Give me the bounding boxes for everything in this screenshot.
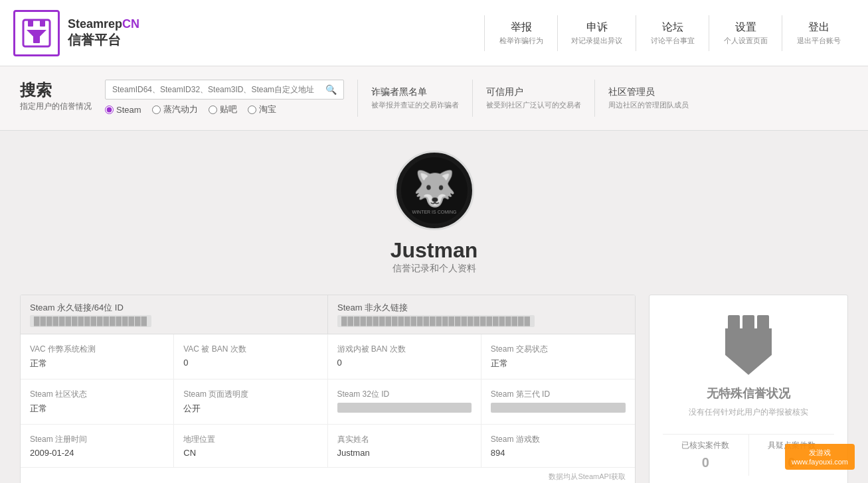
info-label-7: Steam 第三代 ID [491, 389, 626, 400]
nav-sub-forum: 讨论平台事宜 [650, 36, 695, 46]
info-grid: VAC 作弊系统检测 正常VAC 被 BAN 次数 0游戏内被 BAN 次数 0… [21, 334, 635, 468]
nav-item-logout[interactable]: 登出 退出平台账号 [782, 15, 855, 51]
cat-title-trusted: 可信用户 [486, 86, 581, 98]
nav-sub-logout: 退出平台账号 [796, 36, 841, 46]
search-radios: Steam蒸汽动力贴吧淘宝 [105, 104, 344, 115]
search-label-main: 搜索 [20, 80, 92, 101]
radio-taobao[interactable] [248, 105, 256, 114]
nav-item-appeal[interactable]: 申诉 对记录提出异议 [557, 15, 636, 51]
avatar-inner: 🐺 WINTER IS COMING [398, 154, 471, 227]
info-value-4: 正常 [30, 403, 164, 415]
battlement-3 [757, 315, 769, 328]
castle-arrow [725, 355, 772, 375]
svg-rect-2 [40, 20, 45, 27]
radio-steampower[interactable] [152, 105, 161, 114]
perm-link-header: Steam 永久链接/64位 ID ██████████████████ [21, 295, 328, 334]
panels-row: Steam 永久链接/64位 ID ██████████████████ Ste… [20, 295, 848, 483]
radio-text-taobao: 淘宝 [259, 104, 276, 115]
search-categories: 诈骗者黑名单 被举报并查证的交易诈骗者可信用户 被受到社区广泛认可的交易者社区管… [357, 80, 848, 117]
main-content: 🐺 WINTER IS COMING Justman 信誉记录和个人资料 Ste… [0, 131, 868, 483]
search-icon[interactable]: 🔍 [325, 84, 337, 95]
info-label-5: Steam 页面透明度 [183, 389, 317, 400]
perm-link-value: ██████████████████ [30, 315, 151, 327]
search-section: 搜索 指定用户的信誉情况 🔍 Steam蒸汽动力贴吧淘宝 诈骗者黑名单 被举报并… [0, 66, 868, 131]
info-cell-6: Steam 32位 ID ██████████ [328, 380, 481, 425]
castle-body [725, 328, 772, 355]
nav-sub-report: 检举诈骗行为 [498, 36, 544, 46]
rep-status-sub: 没有任何针对此用户的举报被核实 [689, 407, 808, 418]
radio-text-tieba: 贴吧 [220, 104, 237, 115]
radio-label-steam[interactable]: Steam [105, 105, 141, 115]
info-value-2: 0 [337, 358, 472, 368]
confirmed-value: 0 [663, 455, 748, 470]
nav-item-forum[interactable]: 论坛 讨论平台事宜 [636, 15, 709, 51]
info-value-6: ██████████ [337, 403, 472, 413]
confirmed-label: 已核实案件数 [663, 440, 748, 451]
search-input-area: 🔍 Steam蒸汽动力贴吧淘宝 [105, 80, 344, 115]
rep-status-title: 无特殊信誉状况 [707, 385, 790, 401]
info-value-8: 2009-01-24 [30, 448, 164, 458]
info-value-9: CN [183, 448, 317, 458]
info-cell-8: Steam 注册时间 2009-01-24 [21, 425, 174, 468]
data-source: 数据均从SteamAPI获取 [21, 468, 635, 483]
nav-sub-appeal: 对记录提出异议 [571, 36, 622, 46]
info-value-5: 公开 [183, 403, 317, 415]
castle-top [728, 315, 769, 328]
radio-tieba[interactable] [209, 105, 217, 114]
logo-area: SteamrepCN 信誉平台 [13, 10, 139, 56]
profile-subtitle: 信誉记录和个人资料 [391, 263, 478, 275]
nav-main-appeal: 申诉 [571, 21, 622, 34]
cat-item-admin[interactable]: 社区管理员 周边社区的管理团队成员 [594, 80, 702, 117]
cat-sub-trusted: 被受到社区广泛认可的交易者 [486, 100, 581, 110]
confirmed-count: 已核实案件数 0 [663, 434, 749, 476]
nonperm-link-value: ██████████████████████████████ [337, 315, 535, 327]
watermark: 发游戏 www.fayouxi.com [785, 444, 855, 470]
radio-text-steampower: 蒸汽动力 [163, 104, 198, 115]
nav-item-report[interactable]: 举报 检举诈骗行为 [484, 15, 557, 51]
info-label-1: VAC 被 BAN 次数 [183, 344, 317, 355]
logo-text-area: SteamrepCN 信誉平台 [68, 17, 139, 49]
cat-item-trusted[interactable]: 可信用户 被受到社区广泛认可的交易者 [472, 80, 594, 117]
info-cell-5: Steam 页面透明度 公开 [174, 380, 327, 425]
nav-main-logout: 登出 [796, 21, 841, 34]
nav-main-settings: 设置 [723, 21, 768, 34]
info-value-11: 894 [491, 448, 626, 458]
profile-name: Justman [391, 238, 478, 263]
radio-label-steampower[interactable]: 蒸汽动力 [152, 104, 198, 115]
info-cell-7: Steam 第三代 ID ██████████ [481, 380, 635, 425]
perm-link-label: Steam 永久链接/64位 ID [30, 302, 318, 314]
radio-text-steam: Steam [116, 105, 141, 115]
battlement-2 [742, 315, 754, 328]
info-label-8: Steam 注册时间 [30, 434, 164, 445]
castle-icon [725, 315, 772, 375]
nav-item-settings[interactable]: 设置 个人设置页面 [709, 15, 782, 51]
radio-steam[interactable] [105, 105, 114, 114]
nav-main-forum: 论坛 [650, 21, 695, 34]
info-cell-11: Steam 游戏数 894 [481, 425, 635, 468]
svg-text:🐺: 🐺 [412, 168, 456, 209]
cat-sub-admin: 周边社区的管理团队成员 [608, 100, 689, 110]
cat-item-blacklist[interactable]: 诈骗者黑名单 被举报并查证的交易诈骗者 [357, 80, 472, 117]
battlement-1 [728, 315, 740, 328]
logo-brand-cn: CN [122, 17, 139, 31]
cat-sub-blacklist: 被举报并查证的交易诈骗者 [371, 100, 459, 110]
info-cell-9: 地理位置 CN [174, 425, 327, 468]
svg-text:WINTER IS COMING: WINTER IS COMING [412, 210, 456, 214]
info-cell-10: 真实姓名 Justman [328, 425, 481, 468]
panel-headers: Steam 永久链接/64位 ID ██████████████████ Ste… [21, 295, 635, 334]
radio-label-taobao[interactable]: 淘宝 [248, 104, 276, 115]
search-input[interactable] [112, 85, 325, 94]
info-value-3: 正常 [491, 358, 626, 370]
info-value-0: 正常 [30, 358, 164, 370]
info-label-0: VAC 作弊系统检测 [30, 344, 164, 355]
logo-icon [13, 10, 60, 56]
info-label-2: 游戏内被 BAN 次数 [337, 344, 472, 355]
nav-sub-settings: 个人设置页面 [723, 36, 768, 46]
search-label-area: 搜索 指定用户的信誉情况 [20, 80, 92, 112]
info-label-6: Steam 32位 ID [337, 389, 472, 400]
radio-label-tieba[interactable]: 贴吧 [209, 104, 237, 115]
info-label-10: 真实姓名 [337, 434, 472, 445]
watermark-line1: 发游戏 [792, 448, 848, 458]
logo-subtitle: 信誉平台 [68, 31, 139, 49]
avatar: 🐺 WINTER IS COMING [394, 151, 474, 230]
